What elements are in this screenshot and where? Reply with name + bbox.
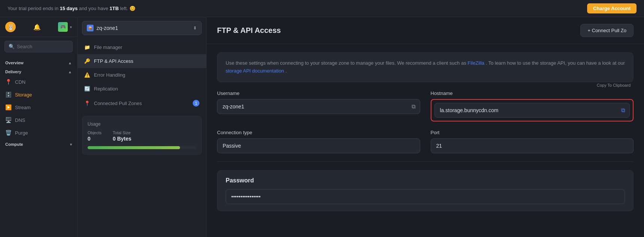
sidebar-item-cdn[interactable]: 📍 CDN [0,76,77,88]
storage-api-doc-link[interactable]: storage API documentation [226,68,284,74]
expand-icon: ▲ [68,61,72,65]
charge-account-button[interactable]: Charge Account [587,3,637,13]
zone-menu: 📁 File manager 🔑 FTP & API Access ⚠️ Err… [77,39,206,112]
pull-zones-icon: 📍 [84,101,90,106]
warning-icon: ⚠️ [84,72,90,78]
username-input[interactable] [217,99,420,114]
port-group: Port [431,130,634,153]
username-group: Username ⧉ [217,90,420,121]
total-size-stat: Total Size 0 Bytes [113,130,131,142]
zone-name: zq-zone1 [97,25,190,31]
zone-menu-replication[interactable]: 🔄 Replication [77,82,206,96]
section-divider [217,161,634,162]
sidebar-header: 🐰 🔔 🎮 ▾ [0,17,77,37]
objects-stat: Objects 0 [88,130,101,142]
hostname-input[interactable] [434,103,630,118]
connection-type-group: Connection type [217,130,420,153]
chevron-icon: ⬍ [193,25,197,31]
purge-icon: 🗑️ [5,130,11,136]
search-box[interactable]: 🔍 [4,41,73,52]
nav-group-delivery[interactable]: Delivery ▲ [0,67,77,76]
zone-menu-error-handling[interactable]: ⚠️ Error Handling [77,68,206,82]
port-label: Port [431,130,634,135]
bell-icon: 🔔 [33,24,41,31]
chevron-down-icon: ▾ [70,25,72,29]
logo-icon: 🐰 [5,22,16,32]
sidebar-item-dns[interactable]: 🖥️ DNS [0,114,77,126]
expand-icon: ▲ [68,70,72,74]
sidebar-item-storage[interactable]: 🗄️ Storage [0,88,77,101]
username-input-wrap: ⧉ [217,99,420,114]
filezilla-link[interactable]: FileZilla [468,60,485,66]
storage-icon: 🗄️ [5,92,11,98]
zone-menu-connected-pull-zones[interactable]: 📍 Connected Pull Zones 1 [77,96,206,111]
notification-bell[interactable]: 🔔 [33,24,41,31]
search-icon: 🔍 [9,44,15,49]
hostname-label: Hostname [431,90,634,96]
hostname-copy-icon[interactable]: ⧉ [621,107,625,114]
pull-zones-badge: 1 [193,100,199,107]
key-icon: 🔑 [84,58,90,64]
zone-menu-ftp-api[interactable]: 🔑 FTP & API Access [77,54,206,68]
zone-icon: 📦 [87,25,94,31]
password-heading: Password [226,177,625,184]
location-icon: 📍 [5,79,11,85]
info-box: Use these settings when connecting to yo… [217,52,634,82]
usage-bar [88,146,196,149]
port-input-wrap [431,138,634,153]
usage-bar-fill [88,146,180,149]
replication-icon: 🔄 [84,86,90,92]
sidebar-item-purge[interactable]: 🗑️ Purge [0,126,77,139]
zone-menu-file-manager[interactable]: 📁 File manager [77,40,206,54]
usage-stats: Objects 0 Total Size 0 Bytes [88,130,196,142]
nav-section: Overview ▲ Delivery ▲ 📍 CDN 🗄️ Storage ▶… [0,56,77,150]
main-content: FTP & API Access + Connect Pull Zo Use t… [207,17,644,237]
dns-icon: 🖥️ [5,117,11,123]
file-manager-icon: 📁 [84,44,90,50]
page-title: FTP & API Access [217,26,281,35]
info-text: Use these settings when connecting to yo… [226,59,625,75]
sidebar: 🐰 🔔 🎮 ▾ 🔍 Overview ▲ Delivery ▲ � [0,17,77,237]
password-input[interactable] [226,189,625,204]
stream-icon: ▶️ [5,104,11,110]
user-avatar-wrap[interactable]: 🎮 ▾ [58,22,72,32]
connection-type-label: Connection type [217,130,420,135]
content-header: FTP & API Access + Connect Pull Zo [207,17,644,44]
zone-panel: 📦 zq-zone1 ⬍ 📁 File manager 🔑 FTP & API … [77,17,207,237]
search-input[interactable] [17,44,68,49]
password-section: Password [217,170,634,211]
avatar: 🎮 [58,22,68,32]
form-grid: Username ⧉ Hostname Copy To Clipboard ⧉ [217,90,634,153]
expand-icon: ▾ [70,142,72,147]
usage-section: Usage Objects 0 Total Size 0 Bytes [82,116,202,155]
zone-selector[interactable]: 📦 zq-zone1 ⬍ [82,21,202,35]
port-input[interactable] [431,138,634,153]
hostname-input-wrap: ⧉ [434,103,630,118]
usage-title: Usage [88,121,196,127]
username-copy-icon[interactable]: ⧉ [412,103,416,110]
hostname-group: Hostname Copy To Clipboard ⧉ [431,90,634,121]
nav-group-overview[interactable]: Overview ▲ [0,58,77,67]
password-input-wrap [226,189,625,204]
nav-group-compute[interactable]: Compute ▾ [0,139,77,148]
sidebar-item-stream[interactable]: ▶️ Stream [0,101,77,114]
hostname-box: Copy To Clipboard ⧉ [431,99,634,121]
banner-text: Your trial period ends in 15 days and yo… [7,6,135,11]
connection-type-input[interactable] [217,138,420,153]
copy-to-clipboard-label: Copy To Clipboard [597,83,631,87]
top-banner: Your trial period ends in 15 days and yo… [0,0,644,17]
username-label: Username [217,90,420,96]
connection-type-input-wrap [217,138,420,153]
connect-pull-zone-button[interactable]: + Connect Pull Zo [580,24,634,37]
content-body: Use these settings when connecting to yo… [207,44,644,219]
